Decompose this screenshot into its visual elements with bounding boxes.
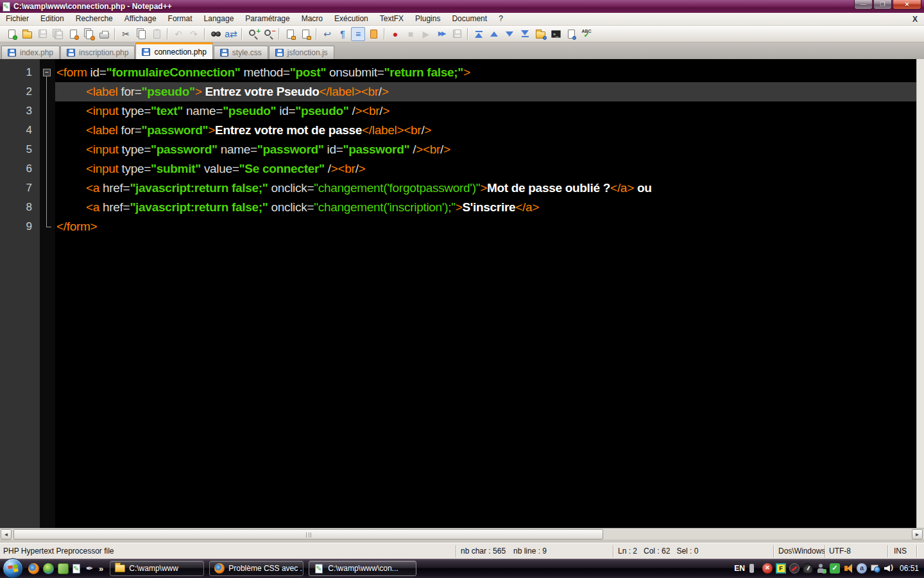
language-bar-icon[interactable] — [749, 564, 754, 573]
code-line-8[interactable]: <a href="javascript:return false;" oncli… — [55, 198, 916, 217]
replace-button[interactable]: a⇄ — [224, 27, 238, 41]
f-badge-icon[interactable]: F — [776, 563, 786, 574]
scroll-left-icon[interactable]: ◄ — [1, 529, 12, 539]
console-button[interactable]: »_ — [549, 27, 563, 41]
menu-item-plugins[interactable]: Plugins — [409, 13, 446, 25]
minimize-button[interactable]: — — [854, 0, 873, 10]
pen-tool-icon[interactable]: ✒ — [84, 563, 95, 574]
macro-record-button[interactable]: ● — [388, 27, 402, 41]
notepadpp-icon[interactable] — [73, 564, 80, 574]
status-insert-mode[interactable]: INS — [894, 543, 907, 559]
save-button[interactable] — [35, 27, 49, 41]
sync-vertical-button[interactable] — [283, 27, 297, 41]
menu-item-recherche[interactable]: Recherche — [70, 13, 119, 25]
explorer-button[interactable] — [533, 27, 547, 41]
blocked-icon[interactable] — [789, 563, 800, 574]
security-shield-icon[interactable]: ✕ — [762, 563, 773, 574]
menu-item-macro[interactable]: Macro — [296, 13, 329, 25]
tab-connection-php[interactable]: connection.php — [135, 42, 212, 59]
print-button[interactable] — [97, 27, 111, 41]
redo-button[interactable]: ↷ — [187, 27, 201, 41]
undo-button[interactable]: ↶ — [171, 27, 185, 41]
spell-check-button[interactable]: ABC✓ — [579, 27, 594, 41]
menu-item-format[interactable]: Format — [162, 13, 198, 25]
open-file-button[interactable] — [20, 27, 34, 41]
copy-button[interactable] — [134, 27, 148, 41]
zoom-out-button[interactable]: − — [261, 27, 275, 41]
volume-icon[interactable] — [884, 563, 894, 574]
globe-icon[interactable] — [43, 563, 54, 574]
find-button[interactable] — [209, 27, 223, 41]
media-app-icon[interactable] — [58, 563, 69, 574]
tab-index-php[interactable]: index.php — [1, 46, 60, 59]
alert-horn-icon[interactable] — [843, 563, 853, 574]
word-wrap-button[interactable]: ↩ — [320, 27, 334, 41]
code-line-4[interactable]: <label for="password">Entrez votre mot d… — [55, 121, 916, 140]
messenger-icon[interactable] — [816, 563, 826, 574]
macro-save-button[interactable] — [450, 27, 464, 41]
start-button[interactable] — [3, 558, 23, 578]
horizontal-scrollbar[interactable]: ◄ ► — [0, 528, 924, 539]
task-button-c-wamp-www[interactable]: C:\wamp\www — [110, 561, 204, 576]
restore-button[interactable]: ❐ — [873, 0, 892, 10]
status-encoding[interactable]: UTF-8 — [829, 543, 851, 559]
network-icon[interactable] — [870, 563, 880, 574]
firefox-icon[interactable] — [28, 563, 39, 574]
macro-play-button[interactable]: ▶ — [419, 27, 433, 41]
goto-first-button[interactable] — [472, 27, 486, 41]
menu-item-affichage[interactable]: Affichage — [119, 13, 162, 25]
zoom-in-button[interactable]: + — [246, 27, 260, 41]
goto-next-button[interactable] — [502, 27, 517, 41]
overflow-chevron-icon[interactable]: » — [99, 563, 103, 574]
paste-button[interactable] — [150, 27, 164, 41]
code-line-7[interactable]: <a href="javascript:return false;" oncli… — [55, 179, 916, 198]
tab-jsfonction-js[interactable]: jsfonction.js — [269, 46, 334, 59]
menu-item-param-trage[interactable]: Paramétrage — [239, 13, 295, 25]
user-defined-dialog-button[interactable] — [366, 27, 381, 41]
clock[interactable]: 06:51 — [900, 564, 919, 573]
new-file-button[interactable] — [4, 27, 19, 41]
gauge-icon[interactable] — [803, 563, 813, 574]
menu-close-icon[interactable]: X — [912, 15, 918, 24]
fold-collapse-icon[interactable]: − — [43, 69, 51, 76]
menu-item-fichier[interactable]: Fichier — [0, 13, 35, 25]
a-badge-icon[interactable]: a — [857, 563, 867, 574]
code-line-3[interactable]: <input type="text" name="pseudo" id="pse… — [55, 101, 916, 121]
code-area[interactable]: <form id="formulaireConnection" method="… — [55, 59, 916, 528]
code-line-2[interactable]: <label for="pseudo"> Entrez votre Pseudo… — [55, 82, 916, 101]
close-button[interactable] — [66, 27, 80, 41]
update-ok-icon[interactable]: ✓ — [830, 563, 840, 574]
doc-switcher-button[interactable] — [564, 27, 578, 41]
language-indicator[interactable]: EN — [734, 564, 745, 573]
code-line-6[interactable]: <input type="submit" value="Se connecter… — [55, 159, 916, 179]
tab-style-css[interactable]: style.css — [214, 46, 268, 59]
close-button[interactable]: ✕ — [893, 0, 921, 10]
vertical-scrollbar[interactable] — [916, 59, 924, 528]
tab-inscription-php[interactable]: inscription.php — [60, 46, 135, 59]
macro-stop-button[interactable]: ■ — [404, 27, 418, 41]
code-line-1[interactable]: <form id="formulaireConnection" method="… — [55, 63, 916, 82]
goto-prev-button[interactable] — [487, 27, 501, 41]
menu-item-langage[interactable]: Langage — [198, 13, 240, 25]
menu-item-help[interactable]: ? — [493, 13, 509, 25]
show-all-characters-button[interactable]: ¶ — [336, 27, 350, 41]
code-line-9[interactable]: </form> — [55, 217, 916, 236]
menu-item-edition[interactable]: Edition — [35, 13, 70, 25]
goto-last-button[interactable] — [518, 27, 532, 41]
scroll-right-icon[interactable]: ► — [912, 529, 923, 539]
cut-button[interactable]: ✂ — [119, 27, 133, 41]
save-all-button[interactable] — [51, 27, 65, 41]
task-button-c-wamp-www-con[interactable]: C:\wamp\www\con... — [309, 561, 416, 576]
code-line-5[interactable]: <input type="password" name="password" i… — [55, 140, 916, 159]
editor[interactable]: 123456789 − <form id="formulaireConnecti… — [0, 59, 916, 528]
close-all-button[interactable] — [81, 27, 96, 41]
sync-horizontal-button[interactable] — [298, 27, 312, 41]
macro-run-multiple-button[interactable]: ▶▶ — [434, 27, 449, 41]
indent-guide-button[interactable]: ≡ — [351, 27, 365, 41]
task-button-probl-me-css-avec[interactable]: Problème CSS avec ... — [209, 561, 304, 576]
menu-item-ex-cution[interactable]: Exécution — [329, 13, 374, 25]
scrollbar-thumb[interactable] — [13, 529, 603, 539]
menu-item-document[interactable]: Document — [446, 13, 493, 25]
menu-item-textfx[interactable]: TextFX — [374, 13, 409, 25]
status-eol-format[interactable]: Dos\Windows — [778, 543, 825, 559]
